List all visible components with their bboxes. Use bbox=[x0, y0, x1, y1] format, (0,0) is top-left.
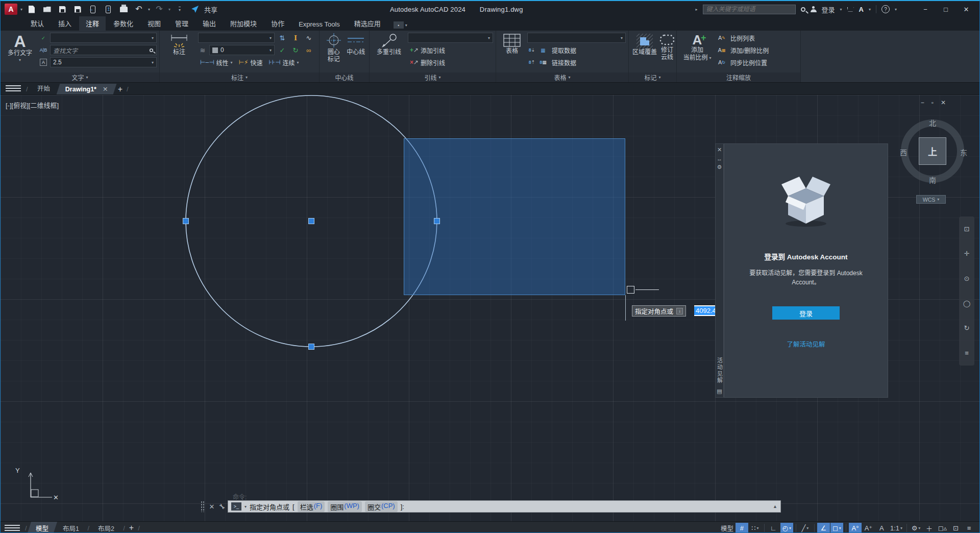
table-style-combo[interactable]: ▾ bbox=[527, 33, 626, 43]
viewport-controls[interactable]: [-][俯视][二维线框] bbox=[6, 100, 59, 110]
tab-default[interactable]: 默认 bbox=[24, 16, 51, 31]
nav-motion-icon[interactable]: ↻ bbox=[964, 324, 970, 332]
linear-dim-button[interactable]: ⊢–⊣ 线性▾ bbox=[198, 57, 235, 67]
clean-screen-button[interactable]: ⊡ bbox=[949, 523, 962, 533]
grid-toggle[interactable]: # bbox=[736, 523, 748, 533]
tab-drawing1[interactable]: Drawing1* ✕ bbox=[56, 84, 116, 94]
autodesk-caret-icon[interactable]: ▾ bbox=[869, 7, 871, 12]
multileader-button[interactable]: 多重引线 bbox=[373, 33, 405, 72]
undo-caret-icon[interactable]: ▾ bbox=[148, 7, 150, 12]
panel-label-text[interactable]: 文字▾ bbox=[1, 72, 159, 82]
mleader-style-combo[interactable]: ▾ bbox=[408, 33, 493, 43]
grip-south[interactable] bbox=[308, 344, 314, 350]
tab-layout1[interactable]: 布局1 bbox=[54, 522, 88, 533]
polar-tracking-toggle[interactable]: ◴▾ bbox=[780, 523, 793, 533]
signin-caret-icon[interactable]: ▾ bbox=[840, 7, 842, 12]
annotation-monitor-button[interactable]: ＋ bbox=[923, 523, 936, 533]
tab-express-tools[interactable]: Express Tools bbox=[292, 18, 347, 31]
continue-dim-button[interactable]: ⊦⊦⊣ 连续▾ bbox=[267, 57, 301, 67]
viewcube-west[interactable]: 西 bbox=[900, 147, 907, 157]
new-layout-button[interactable]: + bbox=[129, 523, 134, 532]
model-space-toggle[interactable]: 模型 bbox=[719, 523, 735, 533]
nav-orbit-icon[interactable]: ◯ bbox=[963, 300, 971, 307]
tab-insert[interactable]: 插入 bbox=[52, 16, 78, 31]
autocad-app-icon[interactable]: A bbox=[5, 4, 17, 15]
ribbon-display-caret-icon[interactable]: ▾ bbox=[405, 23, 407, 28]
reassociate-icon[interactable]: ∞ bbox=[303, 45, 314, 55]
tab-manage[interactable]: 管理 bbox=[168, 16, 195, 31]
link-data-icon-b[interactable]: 8▦ bbox=[538, 60, 548, 65]
isolate-objects-button[interactable]: ◻▵ bbox=[936, 523, 949, 533]
center-mark-button[interactable]: 圆心标记 bbox=[323, 33, 345, 72]
dimension-button[interactable]: 标注 bbox=[163, 33, 195, 72]
maximize-button[interactable]: □ bbox=[936, 2, 956, 16]
tab-output[interactable]: 输出 bbox=[196, 16, 223, 31]
text-height-combo[interactable]: 2.5▾ bbox=[50, 57, 157, 67]
dim-update-icon[interactable]: ↻ bbox=[290, 45, 301, 55]
tab-start[interactable]: 开始 bbox=[28, 82, 59, 94]
drawing-canvas[interactable]: [-][俯视][二维线框] − ▫ ✕ 指定对角点或 ↓ 4092.4497 1… bbox=[1, 95, 979, 521]
add-current-scale-button[interactable]: A + 添加 当前比例▾ bbox=[680, 33, 714, 72]
find-magnifier-icon[interactable] bbox=[150, 48, 153, 52]
option-wpolygon[interactable]: 圈围(WP) bbox=[328, 501, 362, 512]
minimize-button[interactable]: − bbox=[915, 2, 936, 16]
panel-label-centerline[interactable]: 中心线 bbox=[320, 72, 369, 82]
inspect-icon[interactable]: ✓ bbox=[277, 45, 288, 55]
scale-list-button[interactable]: 比例列表 bbox=[728, 33, 757, 43]
nav-more-icon[interactable]: ≡ bbox=[965, 349, 969, 357]
tab-collaborate[interactable]: 协作 bbox=[264, 16, 291, 31]
dynamic-input-dropdown-icon[interactable]: ↓ bbox=[676, 308, 683, 314]
wipeout-button[interactable]: 区域覆盖 bbox=[632, 33, 657, 72]
mtext-button[interactable]: A 多行文字 ▾ bbox=[4, 33, 36, 72]
tab-addins[interactable]: 附加模块 bbox=[224, 16, 263, 31]
centerline-button[interactable]: 中心线 bbox=[346, 33, 367, 72]
file-tabs-menu-icon[interactable] bbox=[6, 83, 21, 93]
save-button[interactable] bbox=[56, 3, 68, 15]
ortho-toggle[interactable]: ∟ bbox=[767, 523, 780, 533]
autoscale-toggle[interactable]: A⁺ bbox=[862, 523, 875, 533]
customization-button[interactable]: ≡ bbox=[963, 523, 975, 533]
command-terminal-icon[interactable]: >_ bbox=[231, 502, 241, 511]
search-input[interactable] bbox=[703, 5, 796, 14]
viewcube-east[interactable]: 东 bbox=[960, 147, 967, 157]
app-menu-caret-icon[interactable]: ▾ bbox=[20, 7, 22, 12]
vp-close-icon[interactable]: ✕ bbox=[941, 99, 946, 106]
adjust-space-icon[interactable]: ⇅ bbox=[277, 33, 288, 43]
object-snap-tracking-toggle[interactable]: ∠ bbox=[817, 523, 830, 533]
quick-dim-button[interactable]: ⊢⚡ 快速 bbox=[237, 57, 265, 67]
dim-layer-combo[interactable]: 0▾ bbox=[209, 45, 275, 55]
current-scale-button[interactable]: 1:1▾ bbox=[889, 523, 904, 533]
command-recent-caret-icon[interactable]: ▾ bbox=[244, 504, 247, 509]
grip-west[interactable] bbox=[183, 218, 189, 224]
plot-button[interactable] bbox=[117, 3, 130, 15]
option-cpolygon[interactable]: 圈交(CP) bbox=[365, 501, 398, 512]
dim-break-icon[interactable]: I bbox=[290, 33, 301, 43]
palette-autohide-icon[interactable]: ↔ bbox=[717, 154, 722, 163]
redo-caret-icon[interactable]: ▾ bbox=[168, 7, 170, 12]
find-text-input[interactable]: 查找文字 bbox=[50, 45, 157, 55]
palette-close-icon[interactable]: ✕ bbox=[717, 146, 722, 154]
snap-toggle[interactable]: ∷▾ bbox=[749, 523, 762, 533]
learn-more-link[interactable]: 了解活动见解 bbox=[787, 339, 825, 349]
panel-label-table[interactable]: 表格▾ bbox=[496, 72, 628, 82]
link-data-button[interactable]: 链接数据 bbox=[550, 57, 578, 67]
panel-label-annotation-scaling[interactable]: 注释缩放 bbox=[677, 72, 800, 82]
new-file-button[interactable] bbox=[26, 3, 38, 15]
viewcube-top-face[interactable]: 上 bbox=[919, 137, 946, 165]
tab-featured-apps[interactable]: 精选应用 bbox=[348, 16, 387, 31]
layout-menu-icon[interactable] bbox=[5, 523, 20, 533]
sync-scale-button[interactable]: 同步比例位置 bbox=[728, 57, 769, 67]
jogged-linear-icon[interactable]: ∿ bbox=[303, 33, 314, 43]
viewcube-north[interactable]: 北 bbox=[929, 117, 936, 128]
help-caret-icon[interactable]: ▾ bbox=[895, 7, 897, 12]
text-style-combo[interactable]: ▾ bbox=[50, 33, 157, 43]
help-icon[interactable]: ? bbox=[881, 5, 890, 13]
viewcube[interactable]: 上 北 西 东 南 bbox=[897, 117, 968, 185]
revision-cloud-button[interactable]: 修订云线 bbox=[659, 33, 675, 72]
signin-label[interactable]: 登录 bbox=[822, 5, 835, 14]
link-data-icon-a[interactable]: 8⇡ bbox=[527, 60, 536, 65]
annotation-scale-button[interactable]: A bbox=[875, 523, 888, 533]
extract-data-button[interactable]: 提取数据 bbox=[550, 45, 578, 55]
tab-model[interactable]: 模型 bbox=[27, 522, 57, 533]
command-input[interactable]: >_ ▾ 指定对角点或 [ 栏选(F) 圈围(WP) 圈交(CP) ]: ▲ bbox=[228, 500, 781, 513]
